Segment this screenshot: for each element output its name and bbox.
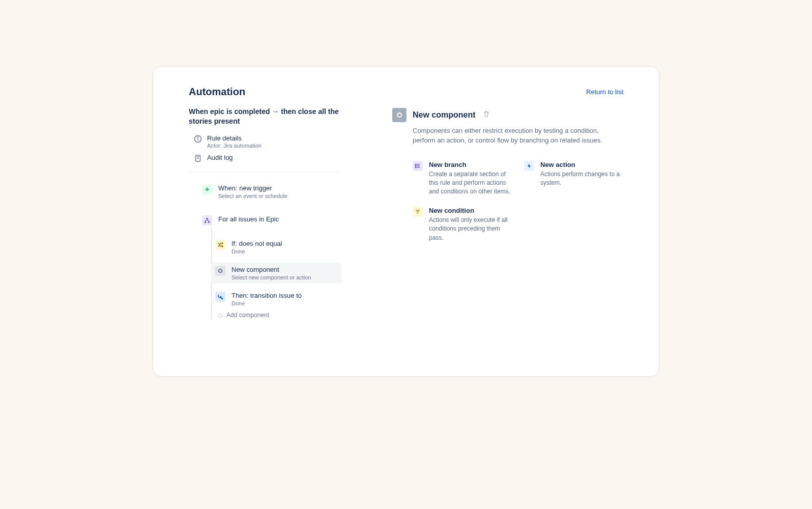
panel-title: New component bbox=[413, 110, 476, 120]
new-component-title: New component bbox=[231, 266, 311, 273]
shuffle-icon bbox=[215, 240, 225, 250]
component-options: New branch Create a separate section of … bbox=[413, 161, 623, 242]
add-dot-icon bbox=[218, 314, 222, 318]
svg-point-11 bbox=[219, 269, 222, 272]
rule-sidebar: When epic is completed → then close all … bbox=[189, 107, 341, 320]
return-to-list-link[interactable]: Return to list bbox=[586, 88, 623, 96]
option-new-condition[interactable]: New condition Actions will only execute … bbox=[413, 207, 512, 242]
card-header: Automation Return to list bbox=[189, 86, 623, 98]
condition-title: If: does not equal bbox=[231, 240, 282, 247]
flow-trigger-node[interactable]: When: new trigger Select an event or sch… bbox=[197, 181, 341, 202]
condition-sub: Done bbox=[231, 248, 282, 254]
flow-condition-node[interactable]: If: does not equal Done bbox=[211, 237, 341, 258]
option-new-branch[interactable]: New branch Create a separate section of … bbox=[413, 161, 512, 196]
flow-new-component-node[interactable]: New component Select new component or ac… bbox=[211, 263, 341, 284]
svg-point-19 bbox=[415, 167, 416, 168]
transition-icon bbox=[215, 292, 225, 302]
add-component-link[interactable]: Add component bbox=[212, 309, 341, 319]
trigger-sub: Select an event or schedule bbox=[218, 193, 287, 199]
option-branch-title: New branch bbox=[429, 161, 512, 168]
audit-log-row[interactable]: Audit log bbox=[189, 153, 341, 166]
automation-rule-editor: Automation Return to list When epic is c… bbox=[153, 66, 659, 377]
branch-children: If: does not equal Done New component Se… bbox=[211, 229, 341, 320]
plus-icon bbox=[202, 184, 212, 194]
option-action-desc: Actions perform changes to a system. bbox=[540, 170, 623, 188]
delete-button[interactable] bbox=[483, 110, 490, 120]
rule-details-row[interactable]: Rule details Actor: Jira automation bbox=[189, 133, 341, 153]
info-icon bbox=[194, 135, 202, 143]
add-component-label: Add component bbox=[226, 312, 269, 319]
svg-point-13 bbox=[397, 113, 401, 117]
filter-icon bbox=[413, 207, 423, 217]
document-icon bbox=[194, 154, 202, 162]
panel-description: Components can either restrict execution… bbox=[413, 126, 623, 146]
component-icon bbox=[392, 108, 407, 122]
svg-rect-8 bbox=[207, 218, 208, 219]
action-title: Then: transition issue to bbox=[231, 292, 302, 299]
svg-point-17 bbox=[415, 164, 416, 165]
panel-header: New component bbox=[392, 108, 623, 122]
lightning-icon bbox=[524, 161, 534, 171]
option-condition-title: New condition bbox=[429, 207, 512, 214]
option-new-action[interactable]: New action Actions perform changes to a … bbox=[524, 161, 623, 196]
rule-details-label: Rule details bbox=[207, 134, 262, 142]
rule-flow: When: new trigger Select an event or sch… bbox=[189, 172, 341, 320]
trigger-title: When: new trigger bbox=[218, 184, 287, 192]
option-action-title: New action bbox=[540, 161, 623, 168]
rule-name: When epic is completed → then close all … bbox=[189, 107, 341, 126]
svg-point-18 bbox=[415, 165, 416, 166]
list-icon bbox=[413, 161, 423, 171]
branch-title: For all issues in Epic bbox=[218, 215, 279, 223]
component-icon bbox=[215, 266, 225, 276]
page-title: Automation bbox=[189, 86, 245, 98]
svg-rect-10 bbox=[208, 221, 210, 223]
component-panel: New component Components can either rest… bbox=[392, 107, 623, 320]
flow-branch-node[interactable]: For all issues in Epic bbox=[197, 212, 341, 229]
rule-details-sub: Actor: Jira automation bbox=[207, 143, 262, 149]
action-sub: Done bbox=[231, 300, 302, 306]
svg-point-2 bbox=[198, 137, 198, 137]
svg-rect-9 bbox=[205, 221, 206, 223]
new-component-sub: Select new component or action bbox=[231, 274, 311, 280]
audit-log-label: Audit log bbox=[207, 154, 233, 161]
svg-rect-12 bbox=[221, 298, 223, 299]
option-branch-desc: Create a separate section of this rule a… bbox=[429, 170, 512, 196]
hierarchy-icon bbox=[202, 215, 212, 225]
flow-action-node[interactable]: Then: transition issue to Done bbox=[211, 289, 341, 309]
option-condition-desc: Actions will only execute if all conditi… bbox=[429, 216, 512, 242]
